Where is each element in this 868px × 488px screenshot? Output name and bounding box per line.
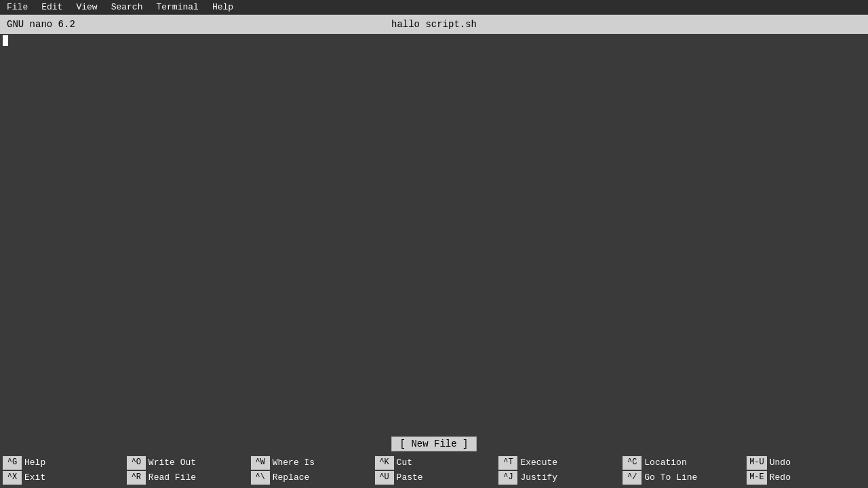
label-read-file: Read File xyxy=(149,472,196,484)
file-name: hallo script.sh xyxy=(391,19,477,30)
menu-help[interactable]: Help xyxy=(208,1,237,14)
new-file-tooltip: [ New File ] xyxy=(0,434,868,453)
key-help[interactable]: ^G xyxy=(3,456,22,470)
label-go-to-line: Go To Line xyxy=(644,472,697,484)
shortcut-keys-5: ^T Execute ^J Justify xyxy=(498,456,557,484)
key-write-out[interactable]: ^O xyxy=(127,456,146,470)
label-undo: Undo xyxy=(770,457,791,469)
key-read-file[interactable]: ^R xyxy=(127,471,146,485)
key-exit[interactable]: ^X xyxy=(3,471,22,485)
text-cursor xyxy=(3,35,8,46)
label-exit: Exit xyxy=(24,472,45,484)
label-redo: Redo xyxy=(770,472,791,484)
menu-terminal[interactable]: Terminal xyxy=(152,1,202,14)
shortcut-bar: [ New File ] ^G Help ^X Exit ^O Write xyxy=(0,434,868,488)
shortcut-keys-2: ^O Write Out ^R Read File xyxy=(127,456,196,484)
key-execute[interactable]: ^T xyxy=(498,456,517,470)
key-redo[interactable]: M-E xyxy=(747,471,767,485)
key-replace[interactable]: ^\ xyxy=(251,471,270,485)
title-bar: GNU nano 6.2 hallo script.sh xyxy=(0,15,868,34)
key-paste[interactable]: ^U xyxy=(375,471,394,485)
editor-area[interactable] xyxy=(0,34,868,434)
key-cut[interactable]: ^K xyxy=(375,456,394,470)
label-justify: Justify xyxy=(520,472,557,484)
shortcut-keys-1: ^G Help ^X Exit xyxy=(3,456,45,484)
menu-file[interactable]: File xyxy=(3,1,32,14)
shortcut-keys-3: ^W Where Is ^\ Replace xyxy=(251,456,315,484)
shortcut-group-6: ^C Location ^/ Go To Line xyxy=(620,454,744,487)
shortcuts-row: ^G Help ^X Exit ^O Write Out ^R Read Fil… xyxy=(0,453,868,488)
menu-view[interactable]: View xyxy=(72,1,101,14)
key-location[interactable]: ^C xyxy=(623,456,642,470)
cursor-line xyxy=(3,35,865,46)
label-cut: Cut xyxy=(397,457,412,469)
shortcut-group-4: ^K Cut ^U Paste xyxy=(372,454,496,487)
label-replace: Replace xyxy=(273,472,310,484)
new-file-label: [ New File ] xyxy=(391,436,477,451)
shortcut-group-3: ^W Where Is ^\ Replace xyxy=(248,454,372,487)
label-help: Help xyxy=(24,457,45,469)
menu-edit[interactable]: Edit xyxy=(37,1,66,14)
shortcut-group-7: M-U Undo M-E Redo xyxy=(744,454,868,487)
label-paste: Paste xyxy=(397,472,423,484)
menu-search[interactable]: Search xyxy=(107,1,147,14)
shortcut-keys-4: ^K Cut ^U Paste xyxy=(375,456,423,484)
label-write-out: Write Out xyxy=(149,457,196,469)
shortcut-group-1: ^G Help ^X Exit xyxy=(0,454,124,487)
key-go-to-line[interactable]: ^/ xyxy=(623,471,642,485)
menu-bar: File Edit View Search Terminal Help xyxy=(0,0,868,15)
shortcut-group-5: ^T Execute ^J Justify xyxy=(496,454,620,487)
key-undo[interactable]: M-U xyxy=(747,456,767,470)
shortcut-group-2: ^O Write Out ^R Read File xyxy=(124,454,248,487)
label-where-is: Where Is xyxy=(273,457,315,469)
shortcut-keys-6: ^C Location ^/ Go To Line xyxy=(623,456,697,484)
key-where-is[interactable]: ^W xyxy=(251,456,270,470)
shortcut-keys-7: M-U Undo M-E Redo xyxy=(747,456,791,484)
nano-version: GNU nano 6.2 xyxy=(7,19,75,30)
label-location: Location xyxy=(644,457,686,469)
label-execute: Execute xyxy=(520,457,557,469)
key-justify[interactable]: ^J xyxy=(498,471,517,485)
